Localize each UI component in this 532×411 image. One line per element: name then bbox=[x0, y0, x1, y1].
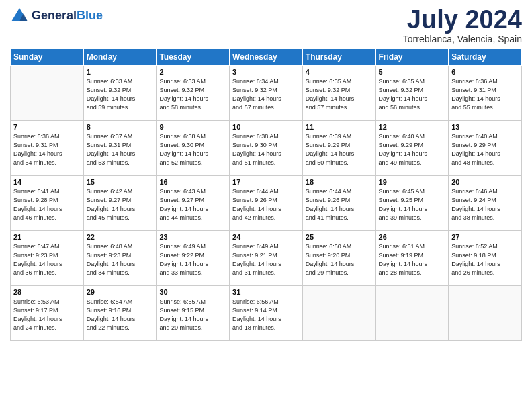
calendar-cell: 17Sunrise: 6:44 AM Sunset: 9:26 PM Dayli… bbox=[230, 176, 303, 231]
day-number: 28 bbox=[13, 288, 81, 296]
calendar-cell: 9Sunrise: 6:38 AM Sunset: 9:30 PM Daylig… bbox=[157, 121, 230, 176]
day-number: 31 bbox=[232, 288, 300, 296]
day-info: Sunrise: 6:36 AM Sunset: 9:31 PM Dayligh… bbox=[451, 77, 519, 112]
day-info: Sunrise: 6:36 AM Sunset: 9:31 PM Dayligh… bbox=[13, 132, 81, 167]
calendar-cell: 22Sunrise: 6:48 AM Sunset: 9:23 PM Dayli… bbox=[83, 231, 157, 286]
calendar-cell: 6Sunrise: 6:36 AM Sunset: 9:31 PM Daylig… bbox=[449, 66, 522, 121]
location: Torreblanca, Valencia, Spain bbox=[403, 34, 522, 44]
calendar-cell: 15Sunrise: 6:42 AM Sunset: 9:27 PM Dayli… bbox=[83, 176, 157, 231]
day-info: Sunrise: 6:51 AM Sunset: 9:19 PM Dayligh… bbox=[379, 242, 446, 277]
calendar-cell: 24Sunrise: 6:49 AM Sunset: 9:21 PM Dayli… bbox=[230, 231, 303, 286]
logo: GeneralBlue bbox=[10, 7, 103, 26]
day-number: 19 bbox=[379, 178, 446, 186]
day-number: 9 bbox=[159, 123, 226, 131]
calendar-cell bbox=[449, 286, 522, 341]
day-info: Sunrise: 6:49 AM Sunset: 9:22 PM Dayligh… bbox=[159, 242, 226, 277]
week-row-5: 28Sunrise: 6:53 AM Sunset: 9:17 PM Dayli… bbox=[11, 286, 522, 341]
day-info: Sunrise: 6:40 AM Sunset: 9:29 PM Dayligh… bbox=[451, 132, 519, 167]
day-number: 15 bbox=[87, 178, 154, 186]
week-row-3: 14Sunrise: 6:41 AM Sunset: 9:28 PM Dayli… bbox=[11, 176, 522, 231]
day-number: 23 bbox=[159, 233, 226, 241]
day-info: Sunrise: 6:43 AM Sunset: 9:27 PM Dayligh… bbox=[159, 187, 226, 222]
day-number: 21 bbox=[13, 233, 81, 241]
day-info: Sunrise: 6:42 AM Sunset: 9:27 PM Dayligh… bbox=[87, 187, 154, 222]
header: GeneralBlue July 2024 Torreblanca, Valen… bbox=[10, 7, 522, 44]
day-number: 11 bbox=[306, 123, 373, 131]
day-info: Sunrise: 6:35 AM Sunset: 9:32 PM Dayligh… bbox=[379, 77, 446, 112]
calendar-cell: 13Sunrise: 6:40 AM Sunset: 9:29 PM Dayli… bbox=[449, 121, 522, 176]
day-number: 26 bbox=[379, 233, 446, 241]
calendar-cell: 2Sunrise: 6:33 AM Sunset: 9:32 PM Daylig… bbox=[157, 66, 230, 121]
day-number: 18 bbox=[306, 178, 373, 186]
day-info: Sunrise: 6:54 AM Sunset: 9:16 PM Dayligh… bbox=[87, 298, 154, 332]
day-header-saturday: Saturday bbox=[449, 49, 522, 66]
calendar-cell: 19Sunrise: 6:45 AM Sunset: 9:25 PM Dayli… bbox=[375, 176, 449, 231]
week-row-2: 7Sunrise: 6:36 AM Sunset: 9:31 PM Daylig… bbox=[11, 121, 522, 176]
day-number: 3 bbox=[232, 68, 300, 76]
day-number: 25 bbox=[306, 233, 373, 241]
day-header-wednesday: Wednesday bbox=[230, 49, 303, 66]
calendar-cell: 4Sunrise: 6:35 AM Sunset: 9:32 PM Daylig… bbox=[302, 66, 375, 121]
day-number: 30 bbox=[159, 288, 226, 296]
title-block: July 2024 Torreblanca, Valencia, Spain bbox=[403, 7, 522, 44]
day-info: Sunrise: 6:46 AM Sunset: 9:24 PM Dayligh… bbox=[451, 187, 519, 222]
calendar-cell: 11Sunrise: 6:39 AM Sunset: 9:29 PM Dayli… bbox=[302, 121, 375, 176]
calendar-cell: 16Sunrise: 6:43 AM Sunset: 9:27 PM Dayli… bbox=[157, 176, 230, 231]
day-number: 10 bbox=[232, 123, 300, 131]
day-info: Sunrise: 6:33 AM Sunset: 9:32 PM Dayligh… bbox=[87, 77, 154, 112]
calendar-cell: 1Sunrise: 6:33 AM Sunset: 9:32 PM Daylig… bbox=[83, 66, 157, 121]
day-header-thursday: Thursday bbox=[302, 49, 375, 66]
day-number: 5 bbox=[379, 68, 446, 76]
week-row-1: 1Sunrise: 6:33 AM Sunset: 9:32 PM Daylig… bbox=[11, 66, 522, 121]
day-header-friday: Friday bbox=[375, 49, 449, 66]
day-info: Sunrise: 6:48 AM Sunset: 9:23 PM Dayligh… bbox=[87, 242, 154, 277]
calendar-cell: 5Sunrise: 6:35 AM Sunset: 9:32 PM Daylig… bbox=[375, 66, 449, 121]
day-info: Sunrise: 6:52 AM Sunset: 9:18 PM Dayligh… bbox=[451, 242, 519, 277]
day-info: Sunrise: 6:44 AM Sunset: 9:26 PM Dayligh… bbox=[232, 187, 300, 222]
page-container: GeneralBlue July 2024 Torreblanca, Valen… bbox=[0, 0, 532, 348]
day-info: Sunrise: 6:39 AM Sunset: 9:29 PM Dayligh… bbox=[306, 132, 373, 167]
day-number: 22 bbox=[87, 233, 154, 241]
header-row: SundayMondayTuesdayWednesdayThursdayFrid… bbox=[11, 49, 522, 66]
day-header-monday: Monday bbox=[83, 49, 157, 66]
day-info: Sunrise: 6:45 AM Sunset: 9:25 PM Dayligh… bbox=[379, 187, 446, 222]
day-info: Sunrise: 6:34 AM Sunset: 9:32 PM Dayligh… bbox=[232, 77, 300, 112]
calendar-cell: 8Sunrise: 6:37 AM Sunset: 9:31 PM Daylig… bbox=[83, 121, 157, 176]
logo-icon bbox=[10, 7, 29, 26]
day-number: 13 bbox=[451, 123, 519, 131]
day-number: 1 bbox=[87, 68, 154, 76]
day-number: 2 bbox=[159, 68, 226, 76]
calendar-cell: 18Sunrise: 6:44 AM Sunset: 9:26 PM Dayli… bbox=[302, 176, 375, 231]
day-number: 6 bbox=[451, 68, 519, 76]
calendar-cell: 30Sunrise: 6:55 AM Sunset: 9:15 PM Dayli… bbox=[157, 286, 230, 341]
day-number: 8 bbox=[87, 123, 154, 131]
day-info: Sunrise: 6:38 AM Sunset: 9:30 PM Dayligh… bbox=[232, 132, 300, 167]
day-number: 7 bbox=[13, 123, 81, 131]
day-info: Sunrise: 6:47 AM Sunset: 9:23 PM Dayligh… bbox=[13, 242, 81, 277]
logo-general: GeneralBlue bbox=[32, 9, 103, 23]
calendar-cell: 20Sunrise: 6:46 AM Sunset: 9:24 PM Dayli… bbox=[449, 176, 522, 231]
day-info: Sunrise: 6:49 AM Sunset: 9:21 PM Dayligh… bbox=[232, 242, 300, 277]
day-number: 29 bbox=[87, 288, 154, 296]
day-info: Sunrise: 6:35 AM Sunset: 9:32 PM Dayligh… bbox=[306, 77, 373, 112]
calendar-cell: 27Sunrise: 6:52 AM Sunset: 9:18 PM Dayli… bbox=[449, 231, 522, 286]
day-number: 20 bbox=[451, 178, 519, 186]
day-header-sunday: Sunday bbox=[11, 49, 84, 66]
day-info: Sunrise: 6:38 AM Sunset: 9:30 PM Dayligh… bbox=[159, 132, 226, 167]
month-title: July 2024 bbox=[403, 7, 522, 32]
calendar-cell: 7Sunrise: 6:36 AM Sunset: 9:31 PM Daylig… bbox=[11, 121, 84, 176]
day-info: Sunrise: 6:55 AM Sunset: 9:15 PM Dayligh… bbox=[159, 298, 226, 332]
day-info: Sunrise: 6:53 AM Sunset: 9:17 PM Dayligh… bbox=[13, 298, 81, 332]
calendar-cell bbox=[375, 286, 449, 341]
day-info: Sunrise: 6:37 AM Sunset: 9:31 PM Dayligh… bbox=[87, 132, 154, 167]
calendar-cell: 25Sunrise: 6:50 AM Sunset: 9:20 PM Dayli… bbox=[302, 231, 375, 286]
day-number: 17 bbox=[232, 178, 300, 186]
calendar-cell: 21Sunrise: 6:47 AM Sunset: 9:23 PM Dayli… bbox=[11, 231, 84, 286]
calendar-cell: 14Sunrise: 6:41 AM Sunset: 9:28 PM Dayli… bbox=[11, 176, 84, 231]
calendar-cell: 12Sunrise: 6:40 AM Sunset: 9:29 PM Dayli… bbox=[375, 121, 449, 176]
day-number: 27 bbox=[451, 233, 519, 241]
day-info: Sunrise: 6:33 AM Sunset: 9:32 PM Dayligh… bbox=[159, 77, 226, 112]
day-header-tuesday: Tuesday bbox=[157, 49, 230, 66]
calendar-cell bbox=[11, 66, 84, 121]
calendar-cell: 23Sunrise: 6:49 AM Sunset: 9:22 PM Dayli… bbox=[157, 231, 230, 286]
